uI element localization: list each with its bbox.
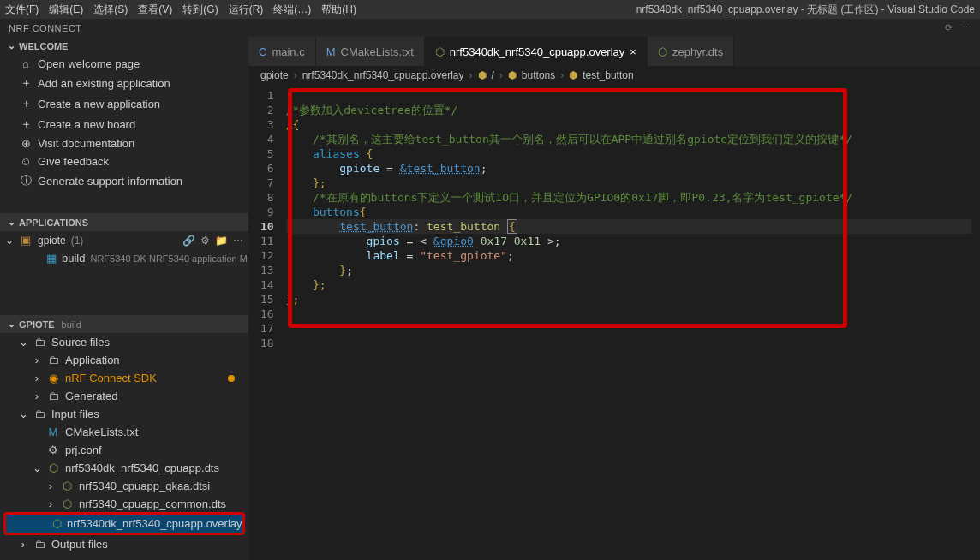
menu-select[interactable]: 选择(S)	[93, 3, 128, 17]
tree-output-files[interactable]: ›🗀Output files	[0, 535, 248, 553]
menu-edit[interactable]: 编辑(E)	[49, 3, 83, 17]
applications-build[interactable]: ▦ build NRF5340 DK NRF5340 application M…	[0, 249, 248, 267]
tree-dts2[interactable]: ›⬡nrf5340_cpuapp_common.dts	[0, 495, 248, 513]
build-icon[interactable]: ⚙	[200, 235, 210, 247]
code-line-2: /*参数加入devicetree的位置*/	[286, 103, 971, 117]
nrf-icon: ◉	[46, 372, 60, 384]
refresh-icon[interactable]: ⟳	[945, 22, 953, 33]
tree-generated[interactable]: ›🗀Generated	[0, 387, 248, 405]
tab-mainc[interactable]: Cmain.c	[248, 37, 316, 66]
plus-icon: ＋	[19, 96, 33, 111]
code-line-5: aliases {	[286, 146, 971, 161]
section-applications[interactable]: ⌄ APPLICATIONS	[0, 213, 248, 231]
code-line-4: /*其别名，这主要给test_button其一个别名，然后可以在APP中通过别名…	[286, 132, 971, 146]
code-line-15: };	[286, 292, 971, 307]
more-icon[interactable]: ⋯	[233, 235, 243, 247]
tree-application[interactable]: ›🗀Application	[0, 351, 248, 369]
tree-nrf-sdk[interactable]: ›◉nRF Connect SDK	[0, 369, 248, 387]
welcome-docs[interactable]: ⊕Visit documentation	[0, 134, 248, 152]
menu-view[interactable]: 查看(V)	[138, 3, 172, 17]
menu-terminal[interactable]: 终端(…)	[273, 3, 311, 17]
tab-zephyr[interactable]: ⬡zephyr.dts	[648, 37, 734, 66]
close-icon[interactable]: ×	[630, 45, 636, 58]
welcome-add-app[interactable]: ＋Add an existing application	[0, 73, 248, 93]
dts-icon: ⬡	[46, 462, 60, 474]
chevron-right-icon: ›	[19, 538, 27, 551]
folder-icon: 🗀	[33, 408, 46, 420]
chevron-down-icon: ⌄	[19, 336, 27, 349]
tree-overlay-selected[interactable]: ⬡nrf5340dk_nrf5340_cpuapp.overlay	[6, 515, 242, 533]
menu-help[interactable]: 帮助(H)	[321, 3, 356, 17]
link-icon[interactable]: 🔗	[182, 235, 195, 247]
gear-icon: ⚙	[46, 444, 60, 456]
window-title: nrf5340dk_nrf5340_cpuapp.overlay - 无标题 (…	[636, 3, 975, 17]
crumb-1[interactable]: gpiote	[260, 69, 289, 81]
folder-icon: 🗀	[33, 538, 46, 551]
editor-area: Cmain.c MCMakeLists.txt ⬡nrf5340dk_nrf53…	[248, 37, 980, 560]
code-line-14: };	[286, 277, 971, 292]
welcome-create-board[interactable]: ＋Create a new board	[0, 114, 248, 134]
plus-icon: ＋	[19, 116, 33, 132]
code-editor[interactable]: 123456789101112131415161718 /*参数加入device…	[248, 85, 980, 560]
folder-icon: 🗀	[46, 354, 60, 366]
folder-icon: ▣	[19, 234, 33, 247]
crumb-3[interactable]: /	[492, 69, 494, 81]
crumb-5[interactable]: test_button	[583, 69, 633, 81]
applications-app[interactable]: ⌄ ▣ gpiote (1) 🔗 ⚙ 📁 ⋯	[0, 231, 248, 249]
section-welcome-label: WELCOME	[19, 41, 68, 51]
app-count: (1)	[71, 235, 84, 247]
welcome-open-page[interactable]: ⌂Open welcome page	[0, 55, 248, 73]
code-line-11: gpios = < &gpio0 0x17 0x11 >;	[286, 234, 971, 248]
section-welcome[interactable]: ⌄ WELCOME	[0, 37, 248, 55]
tree-cmakelists[interactable]: MCMakeLists.txt	[0, 423, 248, 441]
welcome-feedback[interactable]: ☺Give feedback	[0, 152, 248, 170]
node-icon: ⬢	[478, 69, 487, 81]
nrf-connect-header: NRF CONNECT ⟳ ⋯	[0, 19, 980, 37]
tree-prjconf[interactable]: ⚙prj.conf	[0, 441, 248, 459]
nrf-connect-label: NRF CONNECT	[9, 23, 82, 33]
section-gpiote[interactable]: ⌄ GPIOTE build	[0, 315, 248, 333]
tree-input-files[interactable]: ⌄🗀Input files	[0, 405, 248, 423]
tree-dts1[interactable]: ⌄⬡nrf5340dk_nrf5340_cpuapp.dts	[0, 459, 248, 477]
node-icon: ⬢	[508, 69, 517, 81]
more-icon[interactable]: ⋯	[962, 22, 972, 33]
code-line-8: /*在原有的buttons下定义一个测试IO口，并且定位为GPIO0的0x17脚…	[286, 190, 971, 205]
tabs-bar: Cmain.c MCMakeLists.txt ⬡nrf5340dk_nrf53…	[248, 37, 980, 66]
tree-source-files[interactable]: ⌄🗀Source files	[0, 333, 248, 351]
code-line-13: };	[286, 263, 971, 277]
tree-dtsi[interactable]: ›⬡nrf5340_cpuapp_qkaa.dtsi	[0, 477, 248, 495]
sidebar: ⌄ WELCOME ⌂Open welcome page ＋Add an exi…	[0, 37, 248, 560]
welcome-create-app[interactable]: ＋Create a new application	[0, 93, 248, 114]
folder-open-icon[interactable]: 📁	[215, 235, 228, 247]
dts-icon: ⬡	[60, 497, 74, 510]
section-gpiote-label: GPIOTE	[19, 319, 55, 330]
code-line-3: /{	[286, 117, 971, 132]
tab-overlay[interactable]: ⬡nrf5340dk_nrf5340_cpuapp.overlay×	[425, 37, 648, 66]
code-line-1	[286, 88, 971, 103]
menu-goto[interactable]: 转到(G)	[182, 3, 218, 17]
chevron-right-icon: ›	[46, 497, 55, 510]
chip-icon: ▦	[46, 252, 57, 265]
app-name: gpiote	[38, 235, 66, 247]
menu-run[interactable]: 运行(R)	[229, 3, 264, 17]
breadcrumb[interactable]: gpiote› nrf5340dk_nrf5340_cpuapp.overlay…	[248, 66, 980, 85]
menubar: 文件(F) 编辑(E) 选择(S) 查看(V) 转到(G) 运行(R) 终端(……	[0, 0, 980, 19]
chevron-right-icon: ›	[33, 372, 41, 384]
menu-file[interactable]: 文件(F)	[5, 3, 39, 17]
build-desc: NRF5340 DK NRF5340 application MCU	[90, 253, 248, 264]
code-line-12: label = "test_gpiote";	[286, 248, 971, 263]
plus-icon: ＋	[19, 75, 33, 91]
chevron-right-icon: ›	[33, 354, 41, 366]
folder-icon: 🗀	[33, 336, 46, 349]
chevron-right-icon: ›	[46, 480, 55, 492]
welcome-support[interactable]: ⓘGenerate support information	[0, 170, 248, 191]
code-lines[interactable]: /*参数加入devicetree的位置*/ /{ /*其别名，这主要给test_…	[286, 88, 971, 350]
section-applications-label: APPLICATIONS	[19, 217, 88, 228]
code-line-6: gpiote = &test_button;	[286, 161, 971, 176]
feedback-icon: ☺	[19, 155, 33, 168]
chevron-right-icon: ›	[33, 390, 41, 402]
crumb-2[interactable]: nrf5340dk_nrf5340_cpuapp.overlay	[302, 69, 464, 81]
tab-cmake[interactable]: MCMakeLists.txt	[316, 37, 425, 66]
code-line-10: test_button: test_button {	[286, 219, 971, 234]
crumb-4[interactable]: buttons	[522, 69, 555, 81]
